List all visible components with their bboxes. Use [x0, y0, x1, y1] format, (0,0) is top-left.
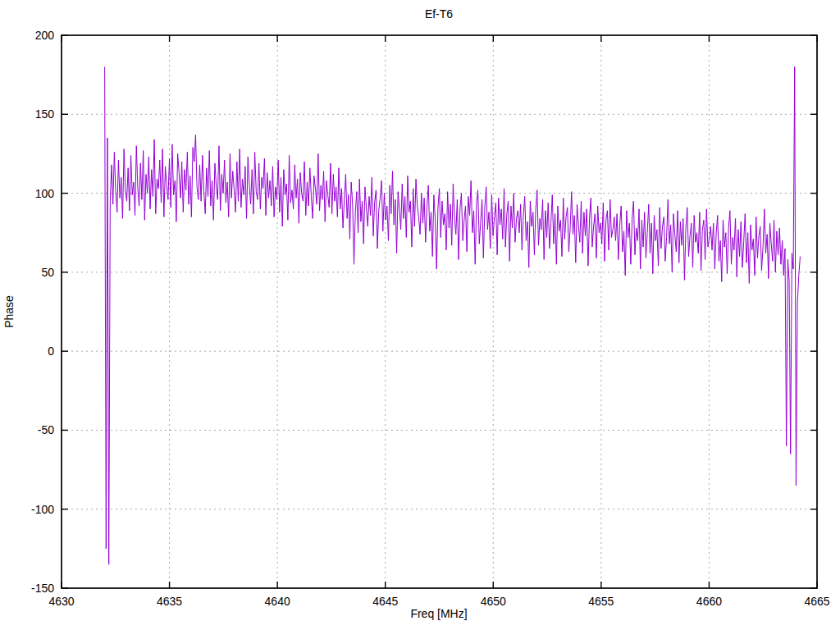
y-axis-label: Phase	[2, 295, 16, 328]
x-tick-label: 4640	[265, 595, 290, 608]
axis-tick-labels: 46304635464046454650465546604665-150-100…	[31, 29, 830, 608]
y-tick-label: 100	[35, 187, 55, 200]
x-tick-label: 4655	[588, 595, 614, 608]
x-tick-label: 4630	[48, 595, 74, 608]
y-tick-label: 200	[35, 29, 55, 42]
chart-title: Ef-T6	[425, 7, 453, 21]
y-tick-label: 50	[41, 266, 54, 279]
x-tick-label: 4645	[372, 595, 398, 608]
grid-lines	[62, 35, 817, 588]
chart-window: 46304635464046454650465546604665-150-100…	[0, 0, 840, 630]
x-tick-label: 4650	[481, 595, 506, 608]
axis-ticks	[62, 35, 817, 588]
series-line-phase	[105, 67, 801, 565]
x-tick-label: 4665	[804, 595, 829, 608]
plot-border	[62, 35, 817, 588]
y-tick-label: -150	[31, 582, 54, 595]
x-tick-label: 4635	[157, 595, 182, 608]
phase-trace	[105, 67, 801, 565]
y-tick-label: -100	[31, 503, 54, 516]
x-tick-label: 4660	[696, 595, 722, 608]
y-tick-label: 150	[35, 107, 55, 121]
phase-chart: 46304635464046454650465546604665-150-100…	[0, 0, 840, 630]
y-tick-label: -50	[38, 423, 54, 436]
x-axis-label: Freq [MHz]	[410, 607, 467, 620]
y-tick-label: 0	[48, 345, 54, 358]
